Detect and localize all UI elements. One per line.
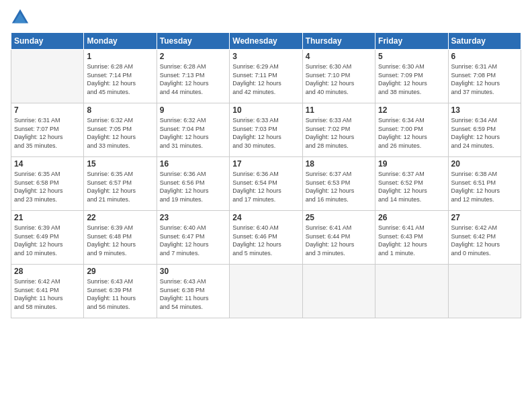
calendar-cell: 1Sunrise: 6:28 AM Sunset: 7:14 PM Daylig… xyxy=(84,50,157,103)
calendar-cell: 14Sunrise: 6:35 AM Sunset: 6:58 PM Dayli… xyxy=(11,157,84,211)
calendar-week-row: 28Sunrise: 6:42 AM Sunset: 6:41 PM Dayli… xyxy=(11,265,521,318)
calendar-cell: 10Sunrise: 6:33 AM Sunset: 7:03 PM Dayli… xyxy=(230,103,302,157)
calendar-cell: 29Sunrise: 6:43 AM Sunset: 6:39 PM Dayli… xyxy=(84,265,157,318)
calendar-cell xyxy=(302,265,375,318)
logo xyxy=(11,8,32,27)
calendar-cell: 13Sunrise: 6:34 AM Sunset: 6:59 PM Dayli… xyxy=(448,103,521,157)
calendar-header-sunday: Sunday xyxy=(11,33,84,50)
calendar-cell: 8Sunrise: 6:32 AM Sunset: 7:05 PM Daylig… xyxy=(84,103,157,157)
calendar-cell: 18Sunrise: 6:37 AM Sunset: 6:53 PM Dayli… xyxy=(302,157,375,211)
page: SundayMondayTuesdayWednesdayThursdayFrid… xyxy=(0,0,532,411)
calendar-header-wednesday: Wednesday xyxy=(230,33,302,50)
calendar-cell: 2Sunrise: 6:28 AM Sunset: 7:13 PM Daylig… xyxy=(157,50,229,103)
header xyxy=(11,8,521,27)
day-number: 4 xyxy=(306,52,372,61)
day-number: 22 xyxy=(87,213,153,222)
calendar-cell: 20Sunrise: 6:38 AM Sunset: 6:51 PM Dayli… xyxy=(448,157,521,211)
calendar-cell: 11Sunrise: 6:33 AM Sunset: 7:02 PM Dayli… xyxy=(302,103,375,157)
calendar-header-saturday: Saturday xyxy=(448,33,521,50)
calendar-cell xyxy=(230,265,302,318)
calendar-header-row: SundayMondayTuesdayWednesdayThursdayFrid… xyxy=(11,33,521,50)
day-number: 29 xyxy=(87,267,153,276)
day-info: Sunrise: 6:32 AM Sunset: 7:05 PM Dayligh… xyxy=(87,116,153,150)
calendar-cell: 3Sunrise: 6:29 AM Sunset: 7:11 PM Daylig… xyxy=(230,50,302,103)
day-info: Sunrise: 6:31 AM Sunset: 7:07 PM Dayligh… xyxy=(14,116,81,150)
day-number: 11 xyxy=(306,105,372,115)
calendar-header-tuesday: Tuesday xyxy=(157,33,229,50)
day-number: 26 xyxy=(378,213,445,222)
day-info: Sunrise: 6:39 AM Sunset: 6:49 PM Dayligh… xyxy=(14,224,81,257)
day-info: Sunrise: 6:34 AM Sunset: 7:00 PM Dayligh… xyxy=(378,116,445,150)
calendar-week-row: 7Sunrise: 6:31 AM Sunset: 7:07 PM Daylig… xyxy=(11,103,521,157)
day-number: 27 xyxy=(451,213,518,222)
day-info: Sunrise: 6:43 AM Sunset: 6:39 PM Dayligh… xyxy=(87,277,153,311)
day-info: Sunrise: 6:29 AM Sunset: 7:11 PM Dayligh… xyxy=(232,62,299,96)
calendar-cell: 27Sunrise: 6:42 AM Sunset: 6:42 PM Dayli… xyxy=(448,211,521,265)
day-info: Sunrise: 6:41 AM Sunset: 6:43 PM Dayligh… xyxy=(378,224,445,257)
day-info: Sunrise: 6:43 AM Sunset: 6:38 PM Dayligh… xyxy=(160,277,226,311)
calendar-header-monday: Monday xyxy=(84,33,157,50)
day-number: 5 xyxy=(378,52,445,61)
day-info: Sunrise: 6:33 AM Sunset: 7:03 PM Dayligh… xyxy=(232,116,299,150)
calendar-cell: 21Sunrise: 6:39 AM Sunset: 6:49 PM Dayli… xyxy=(11,211,84,265)
calendar-week-row: 1Sunrise: 6:28 AM Sunset: 7:14 PM Daylig… xyxy=(11,50,521,103)
calendar-cell: 16Sunrise: 6:36 AM Sunset: 6:56 PM Dayli… xyxy=(157,157,229,211)
day-number: 10 xyxy=(232,105,299,115)
day-number: 12 xyxy=(378,105,445,115)
calendar-header-friday: Friday xyxy=(375,33,448,50)
day-number: 15 xyxy=(87,159,153,169)
day-info: Sunrise: 6:36 AM Sunset: 6:56 PM Dayligh… xyxy=(160,170,226,203)
calendar-cell xyxy=(448,265,521,318)
day-info: Sunrise: 6:30 AM Sunset: 7:10 PM Dayligh… xyxy=(306,62,372,96)
day-number: 28 xyxy=(14,267,81,276)
calendar-cell: 26Sunrise: 6:41 AM Sunset: 6:43 PM Dayli… xyxy=(375,211,448,265)
day-number: 19 xyxy=(378,159,445,169)
calendar-cell: 17Sunrise: 6:36 AM Sunset: 6:54 PM Dayli… xyxy=(230,157,302,211)
calendar-cell xyxy=(11,50,84,103)
day-info: Sunrise: 6:35 AM Sunset: 6:57 PM Dayligh… xyxy=(87,170,153,203)
day-number: 17 xyxy=(232,159,299,169)
calendar-header-thursday: Thursday xyxy=(302,33,375,50)
day-number: 1 xyxy=(87,52,153,61)
day-number: 30 xyxy=(160,267,226,276)
day-number: 7 xyxy=(14,105,81,115)
day-info: Sunrise: 6:37 AM Sunset: 6:52 PM Dayligh… xyxy=(378,170,445,203)
calendar-cell: 5Sunrise: 6:30 AM Sunset: 7:09 PM Daylig… xyxy=(375,50,448,103)
day-number: 23 xyxy=(160,213,226,222)
day-info: Sunrise: 6:39 AM Sunset: 6:48 PM Dayligh… xyxy=(87,224,153,257)
day-number: 24 xyxy=(232,213,299,222)
day-number: 2 xyxy=(160,52,226,61)
calendar-cell: 22Sunrise: 6:39 AM Sunset: 6:48 PM Dayli… xyxy=(84,211,157,265)
day-info: Sunrise: 6:28 AM Sunset: 7:13 PM Dayligh… xyxy=(160,62,226,96)
calendar-cell: 24Sunrise: 6:40 AM Sunset: 6:46 PM Dayli… xyxy=(230,211,302,265)
calendar-cell: 9Sunrise: 6:32 AM Sunset: 7:04 PM Daylig… xyxy=(157,103,229,157)
day-number: 13 xyxy=(451,105,518,115)
calendar-cell: 19Sunrise: 6:37 AM Sunset: 6:52 PM Dayli… xyxy=(375,157,448,211)
day-info: Sunrise: 6:36 AM Sunset: 6:54 PM Dayligh… xyxy=(232,170,299,203)
day-number: 21 xyxy=(14,213,81,222)
day-number: 25 xyxy=(306,213,372,222)
day-info: Sunrise: 6:41 AM Sunset: 6:44 PM Dayligh… xyxy=(306,224,372,257)
calendar-cell: 28Sunrise: 6:42 AM Sunset: 6:41 PM Dayli… xyxy=(11,265,84,318)
day-info: Sunrise: 6:37 AM Sunset: 6:53 PM Dayligh… xyxy=(306,170,372,203)
day-number: 3 xyxy=(232,52,299,61)
day-number: 20 xyxy=(451,159,518,169)
calendar-cell: 4Sunrise: 6:30 AM Sunset: 7:10 PM Daylig… xyxy=(302,50,375,103)
day-info: Sunrise: 6:34 AM Sunset: 6:59 PM Dayligh… xyxy=(451,116,518,150)
day-info: Sunrise: 6:33 AM Sunset: 7:02 PM Dayligh… xyxy=(306,116,372,150)
day-info: Sunrise: 6:28 AM Sunset: 7:14 PM Dayligh… xyxy=(87,62,153,96)
calendar-cell: 6Sunrise: 6:31 AM Sunset: 7:08 PM Daylig… xyxy=(448,50,521,103)
day-info: Sunrise: 6:30 AM Sunset: 7:09 PM Dayligh… xyxy=(378,62,445,96)
day-info: Sunrise: 6:38 AM Sunset: 6:51 PM Dayligh… xyxy=(451,170,518,203)
day-info: Sunrise: 6:42 AM Sunset: 6:41 PM Dayligh… xyxy=(14,277,81,311)
day-info: Sunrise: 6:32 AM Sunset: 7:04 PM Dayligh… xyxy=(160,116,226,150)
day-info: Sunrise: 6:42 AM Sunset: 6:42 PM Dayligh… xyxy=(451,224,518,257)
day-info: Sunrise: 6:40 AM Sunset: 6:47 PM Dayligh… xyxy=(160,224,226,257)
day-info: Sunrise: 6:40 AM Sunset: 6:46 PM Dayligh… xyxy=(232,224,299,257)
calendar-cell xyxy=(375,265,448,318)
day-number: 8 xyxy=(87,105,153,115)
calendar-cell: 7Sunrise: 6:31 AM Sunset: 7:07 PM Daylig… xyxy=(11,103,84,157)
day-info: Sunrise: 6:35 AM Sunset: 6:58 PM Dayligh… xyxy=(14,170,81,203)
calendar-cell: 23Sunrise: 6:40 AM Sunset: 6:47 PM Dayli… xyxy=(157,211,229,265)
day-info: Sunrise: 6:31 AM Sunset: 7:08 PM Dayligh… xyxy=(451,62,518,96)
